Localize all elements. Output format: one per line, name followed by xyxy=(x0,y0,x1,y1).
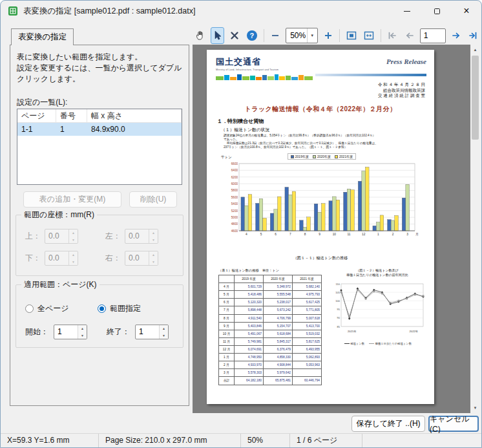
fit-page-button[interactable] xyxy=(344,27,359,44)
spin-down-icon[interactable]: ▼ xyxy=(160,332,168,339)
page-number-input[interactable] xyxy=(420,28,446,43)
fit-width-button[interactable] xyxy=(362,27,376,44)
zoom-select[interactable]: 50% ▼ xyxy=(286,28,318,43)
body-paragraph: 調査対象24社の本月の輸送量は、5,054千トン（前月比99.8％）（季節調整済… xyxy=(224,134,426,149)
figure2-caption: （図１－２）輸送トン数及び 稼働１日当たりの輸送トン数の前年同月比 xyxy=(327,268,428,277)
preview-area[interactable]: 国土交通省 Ministry of Land, Infrastructure, … xyxy=(193,45,480,413)
scrollbar-thumb[interactable] xyxy=(472,56,479,140)
first-page-button[interactable] xyxy=(385,27,399,44)
svg-text:4600: 4600 xyxy=(231,229,238,233)
coord-left-label: 左： xyxy=(105,231,121,242)
spin-down-icon[interactable]: ▼ xyxy=(149,259,158,266)
fit-width-icon xyxy=(363,30,375,41)
previous-page-button[interactable] xyxy=(403,27,417,44)
svg-text:9: 9 xyxy=(319,233,320,236)
figure1-caption: （図１－１）輸送トン数の推移 xyxy=(207,255,434,261)
start-page-label: 開始： xyxy=(25,326,48,337)
fit-page-icon xyxy=(346,30,357,41)
spin-up-icon[interactable]: ▲ xyxy=(149,229,158,237)
spin-down-icon[interactable]: ▼ xyxy=(69,237,78,244)
svg-text:7: 7 xyxy=(289,233,291,236)
end-page-field[interactable]: 1 ▲▼ xyxy=(135,325,169,339)
save-and-exit-button[interactable]: 保存して終了 ..(H) xyxy=(351,416,425,432)
toolbar-separator xyxy=(264,29,264,42)
titlebar: 表変換の指定 [sample012.pdf : sample012.datx] … xyxy=(1,1,481,21)
radio-page-range-icon xyxy=(98,304,106,313)
ministry-name-en: Ministry of Land, Infrastructure, Transp… xyxy=(216,69,313,71)
coord-right-field[interactable]: 0.0 ▲▼ xyxy=(125,251,158,266)
spin-up-icon[interactable]: ▲ xyxy=(78,325,87,332)
last-page-button[interactable] xyxy=(466,27,480,44)
status-page-size: Page Size: 210.0 x 297.0 mm xyxy=(99,434,241,447)
delete-button[interactable]: 削除(U) xyxy=(129,191,177,208)
maximize-button[interactable] xyxy=(422,1,452,21)
settings-row[interactable]: 1-1184.9x90.0 xyxy=(17,123,182,136)
status-page-indicator: 1 / 6 ページ xyxy=(290,434,362,447)
delete-x-icon xyxy=(229,30,240,41)
status-bar: X=59.3 Y=1.6 mm Page Size: 210.0 x 297.0… xyxy=(1,433,481,447)
help-icon: ? xyxy=(247,30,257,41)
coord-left-field[interactable]: 0.0 ▲▼ xyxy=(125,229,158,244)
toolbar: ? 50% ▼ xyxy=(193,27,480,45)
coords-group-label: 範囲の座標：mm(R) xyxy=(21,209,97,220)
app-icon xyxy=(8,6,18,16)
settings-list[interactable]: ページ番号幅 x 高さ 1-1184.9x90.0 xyxy=(17,109,182,185)
bar-chart: 4600480050005200540056005800600062006400… xyxy=(224,161,420,250)
settings-list-label: 設定の一覧(L): xyxy=(17,97,67,108)
svg-text:2021年: 2021年 xyxy=(348,330,357,333)
settings-panel: 表に変換したい範囲を指定します。 設定を変更するには、一覧から選択してダブル ク… xyxy=(10,45,189,406)
svg-text:100: 100 xyxy=(335,299,340,303)
apply-range-group-label: 適用範囲：ページ(K) xyxy=(21,279,100,290)
add-change-table-button[interactable]: 表の追加・変更(M) xyxy=(23,191,121,208)
zoom-out-button[interactable] xyxy=(269,27,283,44)
zoom-value: 50% xyxy=(286,31,307,40)
select-tool-button[interactable] xyxy=(211,27,225,44)
next-page-button[interactable] xyxy=(449,27,463,44)
line-chart-legend: 輸送トン数稼働１日当たりの輸送トン数 xyxy=(326,342,430,345)
radio-all-pages[interactable]: 全ページ xyxy=(25,303,69,314)
radio-page-range[interactable]: 範囲指定 xyxy=(98,303,141,314)
status-cursor-position: X=59.3 Y=1.6 mm xyxy=(1,434,99,447)
spin-up-icon[interactable]: ▲ xyxy=(149,251,158,259)
minimize-button[interactable] xyxy=(392,1,422,21)
delete-region-button[interactable] xyxy=(227,27,242,44)
spin-up-icon[interactable]: ▲ xyxy=(69,229,78,237)
svg-text:月: 月 xyxy=(415,233,419,237)
column-header[interactable]: 幅 x 高さ xyxy=(87,109,182,122)
vertical-scrollbar[interactable]: ▲ ▼ xyxy=(470,45,480,413)
column-header[interactable]: ページ xyxy=(17,109,56,122)
help-button[interactable]: ? xyxy=(245,27,259,44)
press-release-label: Press Release xyxy=(386,58,426,65)
spin-up-icon[interactable]: ▲ xyxy=(69,251,78,259)
scroll-up-icon[interactable]: ▲ xyxy=(470,45,480,55)
minus-icon xyxy=(269,30,281,41)
chevron-down-icon[interactable]: ▼ xyxy=(307,28,317,43)
last-page-icon xyxy=(467,30,479,41)
svg-text:85: 85 xyxy=(337,325,341,328)
instructions-text: 表に変換したい範囲を指定します。 設定を変更するには、一覧から選択してダブル ク… xyxy=(17,52,185,85)
spin-up-icon[interactable]: ▲ xyxy=(160,325,168,332)
zoom-in-button[interactable] xyxy=(321,27,335,44)
spin-down-icon[interactable]: ▼ xyxy=(78,332,87,339)
coord-top-label: 上： xyxy=(25,231,41,242)
spin-down-icon[interactable]: ▼ xyxy=(149,237,158,244)
coord-top-field[interactable]: 0.0 ▲▼ xyxy=(45,229,78,244)
close-button[interactable]: × xyxy=(452,1,481,21)
cancel-button[interactable]: キャンセル(C) xyxy=(428,416,479,432)
scroll-down-icon[interactable]: ▼ xyxy=(470,403,480,413)
svg-text:2022年: 2022年 xyxy=(409,330,418,333)
apply-range-group: 適用範囲：ページ(K) 全ページ 範囲指定 開始： 1 ▲▼ 終了： 1 ▲▼ xyxy=(16,284,183,348)
spin-down-icon[interactable]: ▼ xyxy=(69,259,78,266)
coord-bottom-field[interactable]: 0.0 ▲▼ xyxy=(45,251,78,266)
pan-tool-button[interactable] xyxy=(193,27,207,44)
bar-chart-block: 2019年度2020年度2021年度 460048005000520054005… xyxy=(224,153,420,250)
start-page-field[interactable]: 1 ▲▼ xyxy=(54,325,87,339)
bar-chart-legend: 2019年度2020年度2021年度 xyxy=(288,153,356,160)
column-header[interactable]: 番号 xyxy=(56,109,87,122)
svg-text:5000: 5000 xyxy=(231,216,238,219)
svg-text:110: 110 xyxy=(336,283,341,286)
pdf-page[interactable]: 国土交通省 Ministry of Land, Infrastructure, … xyxy=(207,50,434,404)
release-date-block: 令 和 ４ 年 ４ 月 ２ ８ 日 総合政策局情報政策課 交 通 経 済 統 計… xyxy=(378,82,425,99)
svg-text:95: 95 xyxy=(337,308,341,311)
tab-table-conversion[interactable]: 表変換の指定 xyxy=(11,28,74,45)
